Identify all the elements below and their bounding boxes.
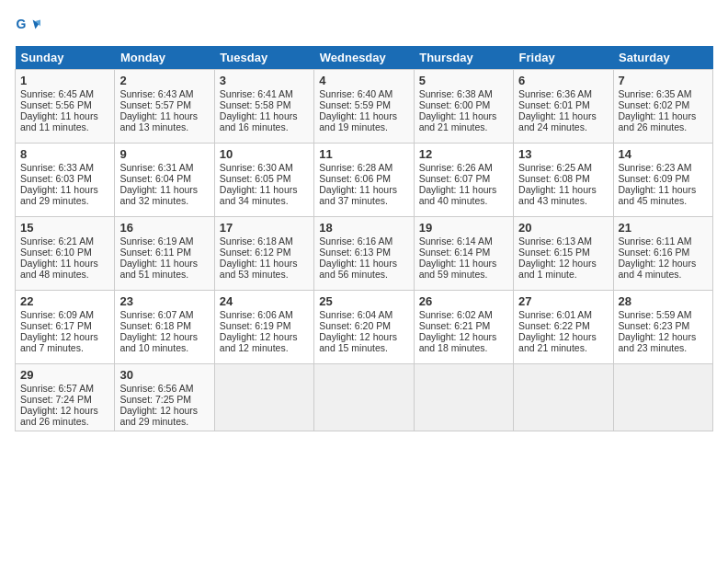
sunrise-text: Sunrise: 6:30 AM bbox=[220, 162, 293, 173]
sunset-text: Sunset: 6:18 PM bbox=[119, 320, 191, 331]
day-number: 11 bbox=[319, 147, 408, 161]
sunrise-text: Sunrise: 6:02 AM bbox=[419, 309, 493, 320]
calendar-cell: 26Sunrise: 6:02 AMSunset: 6:21 PMDayligh… bbox=[414, 291, 513, 364]
daylight-text: Daylight: 12 hours and 18 minutes. bbox=[419, 331, 497, 353]
sunrise-text: Sunrise: 6:41 AM bbox=[220, 88, 293, 99]
calendar-cell: 13Sunrise: 6:25 AMSunset: 6:08 PMDayligh… bbox=[514, 144, 613, 217]
sunset-text: Sunset: 7:24 PM bbox=[20, 394, 92, 405]
calendar-cell: 9Sunrise: 6:31 AMSunset: 6:04 PMDaylight… bbox=[115, 144, 214, 217]
day-number: 21 bbox=[619, 221, 708, 235]
sunrise-text: Sunrise: 6:11 AM bbox=[619, 236, 692, 247]
calendar-cell: 27Sunrise: 6:01 AMSunset: 6:22 PMDayligh… bbox=[514, 291, 613, 364]
calendar-cell: 22Sunrise: 6:09 AMSunset: 6:17 PMDayligh… bbox=[16, 291, 115, 364]
calendar-cell: 5Sunrise: 6:38 AMSunset: 6:00 PMDaylight… bbox=[414, 70, 513, 144]
daylight-text: Daylight: 12 hours and 29 minutes. bbox=[119, 405, 198, 427]
daylight-text: Daylight: 12 hours and 12 minutes. bbox=[220, 331, 298, 353]
sunset-text: Sunset: 6:05 PM bbox=[220, 173, 291, 184]
calendar-cell bbox=[414, 364, 513, 431]
day-number: 20 bbox=[518, 221, 608, 235]
sunset-text: Sunset: 5:59 PM bbox=[319, 99, 391, 110]
sunset-text: Sunset: 6:04 PM bbox=[119, 173, 191, 184]
sunrise-text: Sunrise: 6:13 AM bbox=[518, 236, 592, 247]
sunrise-text: Sunrise: 6:40 AM bbox=[319, 88, 392, 99]
sunset-text: Sunset: 6:02 PM bbox=[619, 99, 690, 110]
sunrise-text: Sunrise: 6:07 AM bbox=[119, 309, 193, 320]
day-number: 3 bbox=[220, 74, 309, 87]
day-number: 19 bbox=[419, 221, 508, 235]
col-header-saturday: Saturday bbox=[613, 46, 712, 70]
sunrise-text: Sunrise: 6:35 AM bbox=[619, 88, 692, 99]
svg-text:G: G bbox=[16, 17, 26, 31]
calendar-cell: 16Sunrise: 6:19 AMSunset: 6:11 PMDayligh… bbox=[115, 217, 214, 291]
daylight-text: Daylight: 11 hours and 32 minutes. bbox=[119, 184, 198, 206]
day-number: 29 bbox=[20, 368, 109, 382]
sunrise-text: Sunrise: 6:21 AM bbox=[20, 236, 94, 247]
day-number: 17 bbox=[220, 221, 309, 235]
calendar-cell: 1Sunrise: 6:45 AMSunset: 5:56 PMDaylight… bbox=[16, 70, 115, 144]
calendar-cell: 14Sunrise: 6:23 AMSunset: 6:09 PMDayligh… bbox=[613, 144, 712, 217]
sunset-text: Sunset: 6:01 PM bbox=[518, 99, 590, 110]
sunset-text: Sunset: 6:20 PM bbox=[319, 320, 391, 331]
sunset-text: Sunset: 5:56 PM bbox=[20, 99, 92, 110]
sunset-text: Sunset: 6:00 PM bbox=[419, 99, 491, 110]
day-number: 28 bbox=[619, 294, 708, 308]
daylight-text: Daylight: 11 hours and 59 minutes. bbox=[419, 258, 497, 280]
sunrise-text: Sunrise: 6:23 AM bbox=[619, 162, 692, 173]
calendar-cell: 23Sunrise: 6:07 AMSunset: 6:18 PMDayligh… bbox=[115, 291, 214, 364]
calendar-cell: 19Sunrise: 6:14 AMSunset: 6:14 PMDayligh… bbox=[414, 217, 513, 291]
day-number: 26 bbox=[419, 294, 508, 308]
calendar-cell: 11Sunrise: 6:28 AMSunset: 6:06 PMDayligh… bbox=[314, 144, 414, 217]
sunrise-text: Sunrise: 6:28 AM bbox=[319, 162, 392, 173]
sunset-text: Sunset: 6:09 PM bbox=[619, 173, 690, 184]
logo-icon: G bbox=[15, 15, 40, 40]
logo: G bbox=[15, 15, 42, 40]
col-header-monday: Monday bbox=[115, 46, 214, 70]
sunset-text: Sunset: 6:21 PM bbox=[419, 320, 491, 331]
sunrise-text: Sunrise: 6:56 AM bbox=[119, 383, 193, 394]
sunrise-text: Sunrise: 6:26 AM bbox=[419, 162, 493, 173]
calendar-cell bbox=[314, 364, 414, 431]
calendar-cell: 20Sunrise: 6:13 AMSunset: 6:15 PMDayligh… bbox=[514, 217, 613, 291]
sunset-text: Sunset: 6:08 PM bbox=[518, 173, 590, 184]
day-number: 9 bbox=[119, 147, 209, 161]
calendar-cell: 28Sunrise: 5:59 AMSunset: 6:23 PMDayligh… bbox=[613, 291, 712, 364]
sunset-text: Sunset: 6:22 PM bbox=[518, 320, 590, 331]
daylight-text: Daylight: 11 hours and 29 minutes. bbox=[20, 184, 98, 206]
calendar-cell: 25Sunrise: 6:04 AMSunset: 6:20 PMDayligh… bbox=[314, 291, 414, 364]
daylight-text: Daylight: 12 hours and 23 minutes. bbox=[619, 331, 697, 353]
daylight-text: Daylight: 11 hours and 13 minutes. bbox=[119, 110, 198, 132]
day-number: 13 bbox=[518, 147, 608, 161]
daylight-text: Daylight: 12 hours and 26 minutes. bbox=[20, 405, 98, 427]
sunrise-text: Sunrise: 6:14 AM bbox=[419, 236, 493, 247]
daylight-text: Daylight: 12 hours and 7 minutes. bbox=[20, 331, 98, 353]
calendar-cell: 29Sunrise: 6:57 AMSunset: 7:24 PMDayligh… bbox=[16, 364, 115, 431]
day-number: 4 bbox=[319, 74, 408, 87]
sunset-text: Sunset: 6:19 PM bbox=[220, 320, 291, 331]
daylight-text: Daylight: 11 hours and 51 minutes. bbox=[119, 258, 198, 280]
daylight-text: Daylight: 12 hours and 21 minutes. bbox=[518, 331, 597, 353]
daylight-text: Daylight: 12 hours and 4 minutes. bbox=[619, 258, 697, 280]
calendar-table: SundayMondayTuesdayWednesdayThursdayFrid… bbox=[15, 46, 713, 431]
sunrise-text: Sunrise: 6:38 AM bbox=[419, 88, 493, 99]
sunset-text: Sunset: 6:12 PM bbox=[220, 247, 291, 258]
calendar-cell bbox=[613, 364, 712, 431]
daylight-text: Daylight: 11 hours and 19 minutes. bbox=[319, 110, 397, 132]
sunrise-text: Sunrise: 6:06 AM bbox=[220, 309, 293, 320]
sunrise-text: Sunrise: 6:45 AM bbox=[20, 88, 94, 99]
day-number: 15 bbox=[20, 221, 109, 235]
daylight-text: Daylight: 11 hours and 21 minutes. bbox=[419, 110, 497, 132]
sunset-text: Sunset: 6:17 PM bbox=[20, 320, 92, 331]
sunrise-text: Sunrise: 6:01 AM bbox=[518, 309, 592, 320]
sunrise-text: Sunrise: 6:19 AM bbox=[119, 236, 193, 247]
calendar-cell: 8Sunrise: 6:33 AMSunset: 6:03 PMDaylight… bbox=[16, 144, 115, 217]
sunset-text: Sunset: 7:25 PM bbox=[119, 394, 191, 405]
calendar-cell: 7Sunrise: 6:35 AMSunset: 6:02 PMDaylight… bbox=[613, 70, 712, 144]
calendar-cell bbox=[214, 364, 313, 431]
sunrise-text: Sunrise: 6:25 AM bbox=[518, 162, 592, 173]
daylight-text: Daylight: 11 hours and 43 minutes. bbox=[518, 184, 597, 206]
day-number: 12 bbox=[419, 147, 508, 161]
sunset-text: Sunset: 6:15 PM bbox=[518, 247, 590, 258]
daylight-text: Daylight: 12 hours and 15 minutes. bbox=[319, 331, 397, 353]
sunset-text: Sunset: 6:23 PM bbox=[619, 320, 690, 331]
day-number: 14 bbox=[619, 147, 708, 161]
